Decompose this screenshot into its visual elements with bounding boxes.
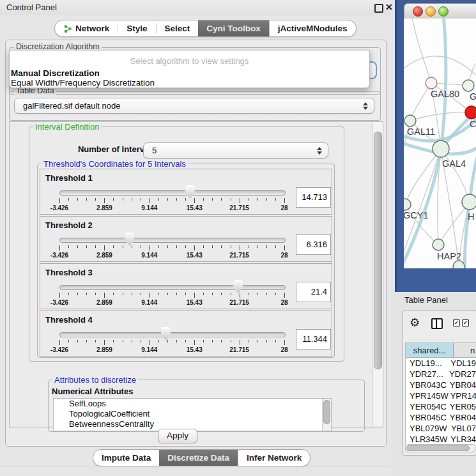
table-row[interactable]: YLR345WYLR34 <box>406 434 476 445</box>
network-node[interactable] <box>404 199 411 210</box>
close-traffic-light[interactable] <box>413 6 423 17</box>
threshold-slider[interactable]: -3.4262.8599.14415.4321.71528 <box>59 183 286 210</box>
tab-network[interactable]: Network <box>55 20 118 36</box>
table-horizontal-scrollbar[interactable] <box>405 444 475 452</box>
vertical-scrollbar[interactable] <box>372 122 383 426</box>
scrollbar-thumb[interactable] <box>374 132 382 369</box>
network-canvas[interactable]: GAL80GACGAL11GAL4GCY1HHAP2 <box>404 19 476 268</box>
slider-track[interactable] <box>59 332 286 337</box>
slider-handle[interactable] <box>161 327 171 341</box>
slider-handle[interactable] <box>125 233 134 246</box>
minimize-traffic-light[interactable] <box>426 6 436 17</box>
zoom-traffic-light[interactable] <box>438 6 449 17</box>
network-node[interactable] <box>433 141 449 157</box>
attribute-list-item[interactable]: SelfLoops <box>54 399 331 409</box>
gear-icon[interactable]: ⚙ <box>410 317 420 328</box>
slider-track[interactable] <box>59 238 286 243</box>
column-header-name[interactable]: n <box>454 343 476 357</box>
checkbox-icon[interactable]: ✓ <box>462 319 469 326</box>
cell-shared-name[interactable]: YDL19... <box>406 358 449 369</box>
network-node[interactable] <box>433 239 444 250</box>
network-node[interactable] <box>463 80 474 91</box>
slider-tick <box>275 198 276 201</box>
table-row[interactable]: YBR045CYBR04 <box>406 412 476 423</box>
slider-track[interactable] <box>59 285 286 290</box>
table-row[interactable]: YBR043CYBR04 <box>406 380 476 390</box>
tab-impute-data[interactable]: Impute Data <box>93 450 159 466</box>
node-table[interactable]: shared... n YDL19...YDL19YDR27...YDR27YB… <box>405 342 476 445</box>
slider-tick <box>249 340 249 342</box>
network-window-titlebar[interactable] <box>404 3 476 20</box>
cell-name[interactable]: YER05 <box>448 401 476 412</box>
scrollbar-thumb[interactable] <box>323 400 330 424</box>
cell-name[interactable]: YDR27 <box>447 369 476 380</box>
slider-tick <box>266 245 267 248</box>
network-node[interactable] <box>426 77 437 89</box>
slider-tick <box>284 340 285 345</box>
table-data-combobox[interactable]: galFiltered.sif default node <box>14 98 374 114</box>
attributes-list-scrollbar[interactable] <box>322 399 331 431</box>
network-graph[interactable]: GAL80GACGAL11GAL4GCY1HHAP2 <box>404 19 476 268</box>
attribute-list-item[interactable]: BetweennessCentrality <box>54 419 331 429</box>
cell-name[interactable]: YBL07 <box>449 423 476 434</box>
dropdown-option-manual-discretization[interactable]: Manual Discretization <box>11 68 366 78</box>
tab-jactivemnodules[interactable]: jActiveMNodules <box>269 20 356 36</box>
scrollbar-thumb[interactable] <box>406 445 470 451</box>
tab-discretize-data[interactable]: Discretize Data <box>159 450 238 466</box>
cell-name[interactable]: YDL19 <box>449 358 476 369</box>
table-row[interactable]: YER054CYER05 <box>406 401 476 412</box>
threshold-label: Threshold 2 <box>45 220 93 230</box>
numerical-attributes-list[interactable]: SelfLoopsTopologicalCoefficientBetweenne… <box>53 398 332 431</box>
slider-tick <box>95 245 96 248</box>
cell-shared-name[interactable]: YBR043C <box>406 380 448 390</box>
float-window-icon[interactable] <box>374 4 383 13</box>
cell-name[interactable]: YLR34 <box>449 434 476 445</box>
threshold-value-field[interactable]: 14.713 <box>296 187 331 208</box>
attribute-list-item[interactable]: TopologicalCoefficient <box>54 409 331 419</box>
cell-shared-name[interactable]: YER054C <box>406 401 448 412</box>
network-node[interactable] <box>404 115 416 127</box>
network-node[interactable] <box>465 106 476 119</box>
column-header-shared-name[interactable]: shared... <box>406 343 454 357</box>
tab-style[interactable]: Style <box>118 20 155 36</box>
slider-handle[interactable] <box>185 185 195 199</box>
network-edge[interactable] <box>404 56 475 75</box>
network-edge[interactable] <box>410 83 431 121</box>
slider-tick <box>86 245 87 248</box>
cell-name[interactable]: YBR04 <box>448 412 476 423</box>
cell-shared-name[interactable]: YLR345W <box>406 434 449 445</box>
node-label: C <box>470 119 476 129</box>
threshold-slider[interactable]: -3.4262.8599.14415.4321.71528 <box>59 325 286 352</box>
table-row[interactable]: YDL19...YDL19 <box>406 358 476 369</box>
table-row[interactable]: YPR145WYPR14 <box>406 390 476 401</box>
cell-shared-name[interactable]: YBR045C <box>406 412 448 423</box>
close-icon[interactable]: ✕ <box>385 2 393 12</box>
table-row[interactable]: YBL079WYBL07 <box>406 423 476 434</box>
cell-name[interactable]: YBR04 <box>448 380 476 390</box>
apply-button[interactable]: Apply <box>158 429 197 443</box>
cell-shared-name[interactable]: YDR27... <box>406 369 447 380</box>
split-columns-icon[interactable] <box>431 318 443 329</box>
dropdown-option-equal-width-frequency[interactable]: Equal Width/Frequency Discretization <box>11 78 366 88</box>
tab-select[interactable]: Select <box>157 20 199 36</box>
network-edge[interactable] <box>410 112 472 121</box>
threshold-slider[interactable]: -3.4262.8599.14415.4321.71528 <box>59 278 286 305</box>
network-node[interactable] <box>462 194 476 210</box>
network-node[interactable] <box>453 261 464 268</box>
cell-name[interactable]: YPR14 <box>449 390 476 401</box>
cell-shared-name[interactable]: YPR145W <box>406 390 449 401</box>
checkbox-icon[interactable]: ✓ <box>453 319 460 326</box>
threshold-value-field[interactable]: 21.4 <box>296 282 331 302</box>
tab-infer-network[interactable]: Infer Network <box>238 450 310 466</box>
threshold-value-field[interactable]: 6.316 <box>296 234 331 255</box>
network-thick-edge[interactable] <box>464 153 476 268</box>
tab-cyni-toolbox[interactable]: Cyni Toolbox <box>198 20 269 36</box>
slider-track[interactable] <box>59 190 286 196</box>
slider-handle[interactable] <box>233 280 243 293</box>
table-row[interactable]: YDR27...YDR27 <box>406 369 476 380</box>
network-edge[interactable] <box>411 19 431 83</box>
number-of-intervals-combobox[interactable]: 5 <box>143 142 328 158</box>
cell-shared-name[interactable]: YBL079W <box>406 423 449 434</box>
threshold-slider[interactable]: -3.4262.8599.14415.4321.71528 <box>59 231 286 257</box>
threshold-value-field[interactable]: 11.344 <box>296 329 331 349</box>
